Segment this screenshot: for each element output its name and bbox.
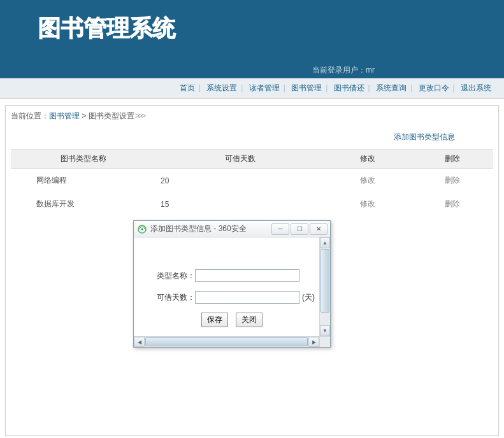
content-box: 当前位置：图书管理 > 图书类型设置 >>> 添加图书类型信息 图书类型名称 可…	[5, 105, 499, 436]
table-row: 数据库开发 15 修改 删除	[11, 192, 493, 216]
nav-book-manage[interactable]: 图书管理	[291, 83, 322, 92]
nav-system-settings[interactable]: 系统设置	[206, 83, 237, 92]
save-button[interactable]: 保存	[201, 313, 228, 327]
dialog-titlebar[interactable]: 添加图书类型信息 - 360安全 ─ ☐ ✕	[134, 221, 330, 237]
add-type-link[interactable]: 添加图书类型信息	[394, 132, 455, 141]
window-buttons: ─ ☐ ✕	[270, 223, 328, 235]
cell-days: 20	[155, 169, 324, 193]
scroll-corner	[319, 336, 330, 347]
breadcrumb: 当前位置：图书管理 > 图书类型设置 >>>	[11, 111, 493, 122]
cell-name: 网络编程	[11, 169, 155, 193]
nav-logout[interactable]: 退出系统	[461, 83, 491, 92]
col-header-edit: 修改	[324, 150, 411, 169]
nav-home[interactable]: 首页	[180, 83, 195, 92]
horizontal-scrollbar[interactable]: ◀ ▶	[134, 336, 319, 347]
breadcrumb-prefix: 当前位置：	[11, 111, 49, 120]
col-header-delete: 删除	[411, 150, 493, 169]
dialog-body: 类型名称： 可借天数： (天) 保存 关闭 ▲	[134, 237, 330, 347]
header: 图书管理系统	[0, 0, 504, 62]
label-borrow-days: 可借天数：	[147, 292, 195, 303]
action-bar: 添加图书类型信息	[11, 128, 493, 146]
table-row: 网络编程 20 修改 删除	[11, 169, 493, 193]
form-buttons: 保存 关闭	[147, 313, 317, 327]
user-bar: 当前登录用户：mr	[0, 62, 504, 78]
dialog-form: 类型名称： 可借天数： (天) 保存 关闭	[134, 237, 330, 334]
maximize-button[interactable]: ☐	[291, 223, 308, 235]
nav-reader-manage[interactable]: 读者管理	[249, 83, 280, 92]
username: mr	[366, 66, 375, 74]
breadcrumb-current: 图书类型设置	[89, 111, 134, 120]
cell-name: 数据库开发	[11, 192, 155, 216]
svg-point-1	[141, 228, 143, 230]
edit-link[interactable]: 修改	[360, 176, 375, 185]
scroll-right-arrow[interactable]: ▶	[308, 337, 319, 347]
table-header-row: 图书类型名称 可借天数 修改 删除	[11, 150, 493, 169]
borrow-days-input[interactable]	[195, 291, 299, 304]
browser-icon	[138, 225, 147, 234]
close-form-button[interactable]: 关闭	[236, 313, 263, 327]
delete-link[interactable]: 删除	[445, 176, 460, 185]
scroll-up-arrow[interactable]: ▲	[320, 237, 330, 248]
minimize-button[interactable]: ─	[271, 223, 289, 235]
dialog-title: 添加图书类型信息 - 360安全	[150, 223, 270, 234]
form-row-days: 可借天数： (天)	[147, 291, 317, 304]
scroll-down-arrow[interactable]: ▼	[320, 325, 330, 336]
logo: 图书管理系统	[38, 13, 504, 44]
breadcrumb-link[interactable]: 图书管理	[49, 111, 80, 120]
close-button[interactable]: ✕	[310, 223, 328, 235]
cell-days: 15	[155, 192, 324, 216]
type-name-input[interactable]	[195, 269, 299, 282]
user-label: 当前登录用户：	[312, 66, 366, 74]
label-type-name: 类型名称：	[147, 271, 195, 281]
nav-bar: 首页| 系统设置| 读者管理| 图书管理| 图书借还| 系统查询| 更改口令| …	[0, 78, 504, 99]
scroll-left-arrow[interactable]: ◀	[134, 337, 145, 347]
content-wrap: 当前位置：图书管理 > 图书类型设置 >>> 添加图书类型信息 图书类型名称 可…	[0, 99, 504, 438]
scroll-thumb-vertical[interactable]	[320, 249, 329, 313]
col-header-days: 可借天数	[155, 150, 324, 169]
form-row-name: 类型名称：	[147, 269, 317, 282]
delete-link[interactable]: 删除	[445, 199, 460, 208]
breadcrumb-arrows: >>>	[134, 111, 145, 120]
scroll-thumb-horizontal[interactable]	[145, 337, 308, 346]
vertical-scrollbar[interactable]: ▲ ▼	[319, 237, 330, 336]
nav-change-password[interactable]: 更改口令	[419, 83, 449, 92]
type-table: 图书类型名称 可借天数 修改 删除 网络编程 20 修改 删除 数据库开发 15…	[11, 149, 493, 216]
nav-book-borrow[interactable]: 图书借还	[334, 83, 364, 92]
nav-system-query[interactable]: 系统查询	[376, 83, 407, 92]
add-type-dialog: 添加图书类型信息 - 360安全 ─ ☐ ✕ 类型名称： 可借天数：	[133, 220, 331, 348]
col-header-name: 图书类型名称	[11, 150, 155, 169]
edit-link[interactable]: 修改	[360, 199, 375, 208]
days-unit: (天)	[302, 292, 315, 303]
